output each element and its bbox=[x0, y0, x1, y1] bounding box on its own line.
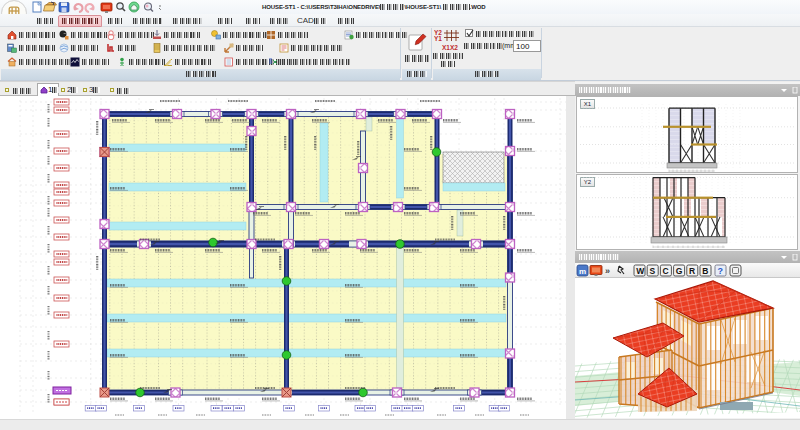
svg-text:?: ? bbox=[718, 266, 724, 276]
svg-text:R: R bbox=[689, 266, 695, 276]
svg-text:B: B bbox=[702, 266, 708, 276]
svg-text:C: C bbox=[663, 266, 669, 276]
svg-text:»: » bbox=[605, 266, 610, 276]
svg-text:G: G bbox=[676, 266, 683, 276]
svg-text:W: W bbox=[636, 266, 645, 276]
svg-text:X1X2: X1X2 bbox=[442, 44, 458, 51]
svg-text:m: m bbox=[579, 267, 586, 276]
svg-text:Y1: Y1 bbox=[434, 35, 442, 42]
svg-text:S: S bbox=[649, 266, 655, 276]
